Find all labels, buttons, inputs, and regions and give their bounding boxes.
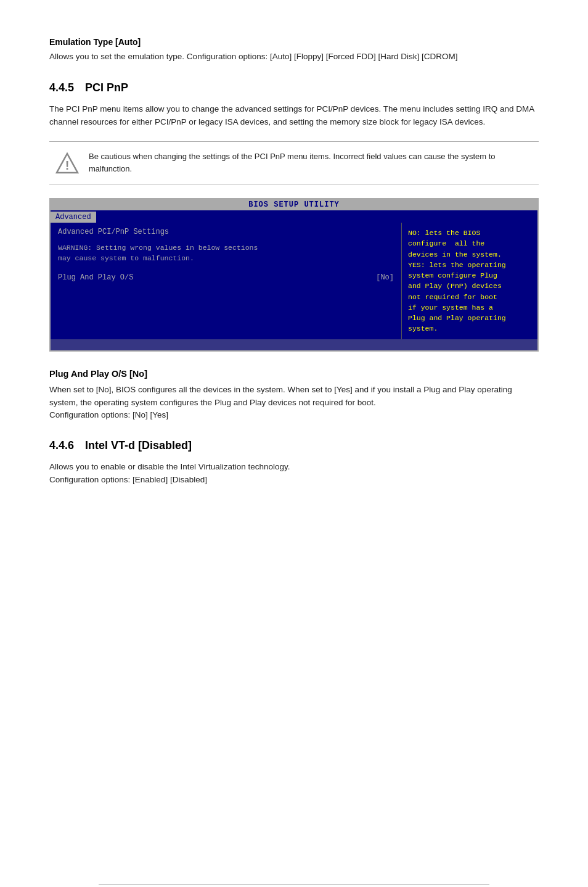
plug-and-play-desc: When set to [No], BIOS configures all th… — [49, 384, 539, 423]
bios-tab-advanced[interactable]: Advanced — [51, 212, 96, 223]
section-446: 4.4.6 Intel VT-d [Disabled] Allows you t… — [49, 439, 539, 487]
bios-header: BIOS SETUP UTILITY — [51, 199, 537, 210]
bios-warning: WARNING: Setting wrong values in below s… — [58, 242, 394, 264]
emulation-desc: Allows you to set the emulation type. Co… — [49, 51, 539, 63]
warning-text: Be cautious when changing the settings o… — [89, 151, 533, 175]
plug-and-play-title: Plug And Play O/S [No] — [49, 369, 539, 379]
bios-warning-line1: WARNING: Setting wrong values in below s… — [58, 242, 394, 253]
bios-left: Advanced PCI/PnP Settings WARNING: Setti… — [51, 223, 402, 339]
section-446-title: Intel VT-d [Disabled] — [85, 439, 192, 452]
bios-tab-row: Advanced — [51, 210, 537, 223]
emulation-title: Emulation Type [Auto] — [49, 37, 539, 47]
bios-right: NO: lets the BIOS configure all the devi… — [402, 223, 537, 339]
page-footer: ASUS P6-P7H55E 4-19 — [99, 884, 489, 887]
section-445-heading: 4.4.5 PCI PnP — [49, 81, 539, 94]
svg-text:!: ! — [65, 159, 70, 172]
section-445-number: 4.4.5 — [49, 81, 74, 94]
section-445-desc: The PCI PnP menu items allow you to chan… — [49, 103, 539, 129]
section-446-heading: 4.4.6 Intel VT-d [Disabled] — [49, 439, 539, 452]
bios-item-label: Plug And Play O/S — [58, 273, 133, 282]
page-wrapper: Emulation Type [Auto] Allows you to set … — [49, 37, 539, 887]
warning-box: ! Be cautious when changing the settings… — [49, 141, 539, 184]
section-445: 4.4.5 PCI PnP The PCI PnP menu items all… — [49, 81, 539, 351]
plug-and-play-section: Plug And Play O/S [No] When set to [No],… — [49, 369, 539, 423]
section-445-title: PCI PnP — [85, 81, 128, 94]
emulation-section: Emulation Type [Auto] Allows you to set … — [49, 37, 539, 63]
bios-item-plugplay[interactable]: Plug And Play O/S [No] — [58, 273, 394, 283]
bios-body: Advanced PCI/PnP Settings WARNING: Setti… — [51, 223, 537, 339]
bios-screen: BIOS SETUP UTILITY Advanced Advanced PCI… — [49, 198, 539, 352]
warning-icon: ! — [55, 152, 79, 175]
section-446-desc: Allows you to enable or disable the Inte… — [49, 461, 539, 487]
bios-item-value: [No] — [376, 273, 394, 282]
content-area: Emulation Type [Auto] Allows you to set … — [49, 37, 539, 548]
bios-wave — [51, 339, 537, 350]
bios-right-text: NO: lets the BIOS configure all the devi… — [408, 228, 531, 334]
section-446-number: 4.4.6 — [49, 439, 74, 452]
bios-left-title: Advanced PCI/PnP Settings — [58, 228, 394, 236]
bios-warning-line2: may cause system to malfunction. — [58, 253, 394, 263]
